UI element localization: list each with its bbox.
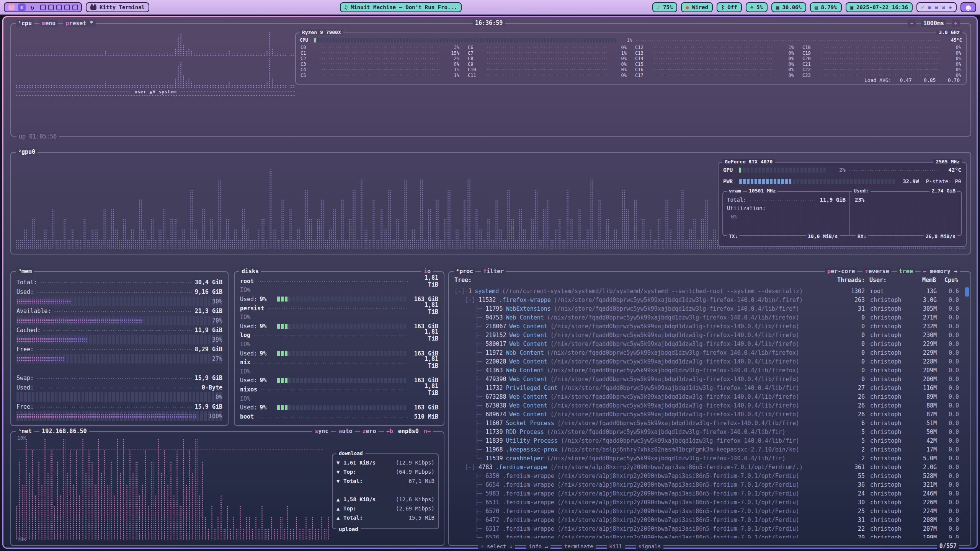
process-threads: 36 xyxy=(838,481,865,488)
refresh-increase-button[interactable]: + xyxy=(952,20,960,27)
memory-row: 0% xyxy=(16,392,222,402)
tray-icon-2[interactable]: ⊟ xyxy=(935,4,938,11)
process-row[interactable]: ├─ 479390Web Content(/nix/store/fqadd0bp… xyxy=(454,375,965,383)
threads-column-header[interactable]: Threads: xyxy=(837,277,864,284)
process-threads: 5 xyxy=(838,429,865,435)
reverse-button[interactable]: reverse xyxy=(862,267,891,275)
info-hint[interactable]: info ↵ xyxy=(526,543,550,549)
process-scrollbar[interactable] xyxy=(965,287,969,297)
process-row[interactable]: ├─ 11732Privileged Cont(/nix/store/fqadd… xyxy=(454,383,965,392)
core-percent: 1% xyxy=(610,51,627,56)
next-interface-button[interactable]: n→ xyxy=(424,428,431,435)
notifications-button[interactable] xyxy=(960,2,976,12)
load-average: Load AVG: 0.47 0.85 0.70 xyxy=(864,77,960,83)
process-row[interactable]: ├─ 6472.ferdium-wrappe(/nix/store/a1pj8h… xyxy=(454,515,965,524)
leader xyxy=(37,404,192,409)
cpu-usage-widget[interactable]: ♣ 5% xyxy=(746,2,768,12)
process-row[interactable]: ├─ 6536.ferdium-wrappe(/nix/store/a1pj8h… xyxy=(454,533,965,538)
prev-interface-button[interactable]: ←b xyxy=(386,428,393,435)
process-row[interactable]: ├─ 94753Web Content(/nix/store/fqadd0bpr… xyxy=(454,313,965,322)
music-player-widget[interactable]: ♫ Minuit Machine – Don't Run Fro... xyxy=(340,2,462,12)
sort-column-switcher[interactable]: ← memory → xyxy=(921,267,960,275)
workspace-button[interactable] xyxy=(48,5,54,10)
network-widget[interactable]: ● Wired xyxy=(681,2,713,12)
kitty-terminal-button[interactable]: Kitty Terminal xyxy=(86,2,149,12)
user-column-header[interactable]: User: xyxy=(869,277,909,284)
process-row[interactable]: ├─ 5983.ferdium-wrappe(/nix/store/a1pj8h… xyxy=(454,489,965,498)
net-auto-button[interactable]: auto xyxy=(336,427,354,435)
net-sync-button[interactable]: sync xyxy=(312,427,331,435)
workspace-button[interactable] xyxy=(56,5,62,10)
process-command: (/nix/store/fqadd0bprwc5yw5k99xajbdqd1dz… xyxy=(547,429,838,435)
process-row[interactable]: ├─ 11795WebExtensions(/nix/store/fqadd0b… xyxy=(454,304,965,313)
process-row[interactable]: ├─ 41363Web Content(/nix/store/fqadd0bpr… xyxy=(454,366,965,375)
refresh-decrease-button[interactable]: − xyxy=(908,20,916,27)
io-mode-button[interactable]: io xyxy=(421,267,433,275)
process-row[interactable]: ├─ 11972Web Content(/nix/store/fqadd0bpr… xyxy=(454,348,965,357)
process-row[interactable]: ├─ 11968.keepassxc-prox(/nix/store/bslpj… xyxy=(454,445,965,454)
memory-usage-widget[interactable]: ▦ 30.06% xyxy=(771,2,806,12)
process-row[interactable]: ├─ 219152Web Content(/nix/store/fqadd0bp… xyxy=(454,331,965,339)
interface-switcher[interactable]: ←b enp8s0 n→ xyxy=(384,427,433,435)
music-note-icon: ♫ xyxy=(345,4,348,10)
select-hint[interactable]: ↑ select ↓ xyxy=(478,543,515,549)
memory-column-header[interactable]: MemB xyxy=(909,277,936,284)
process-row[interactable]: ├─ 689674Web Content(/nix/store/fqadd0bp… xyxy=(454,410,965,419)
process-row[interactable]: ├─ 11739RDD Process(/nix/store/fqadd0bpr… xyxy=(454,427,965,436)
tray-icon-1[interactable]: ⊞ xyxy=(928,4,931,11)
process-row[interactable]: ├─ 6654.ferdium-wrappe(/nix/store/a1pj8h… xyxy=(454,480,965,489)
cat-launcher-icon[interactable] xyxy=(8,3,15,11)
process-row[interactable]: └─ 11539crashhelper(/nix/store/fqadd0bpr… xyxy=(454,454,965,463)
process-row[interactable]: ├─ 6520.ferdium-wrappe(/nix/store/a1pj8h… xyxy=(454,507,965,515)
bluetooth-widget[interactable]: ᛒ Off xyxy=(717,2,742,12)
process-row[interactable]: ├─ 6517.ferdium-wrappe(/nix/store/a1pj8h… xyxy=(454,524,965,533)
process-row[interactable]: [-]─1systemd(/run/current-system/systemd… xyxy=(454,287,965,295)
cpu-column-header[interactable]: Cpu% xyxy=(936,277,958,284)
process-cpu: 0.0 xyxy=(937,332,959,339)
process-cpu: 0.0 xyxy=(937,385,959,391)
terminate-hint[interactable]: terminate xyxy=(562,543,596,549)
filter-button[interactable]: filter xyxy=(481,267,506,275)
tray-icon-4[interactable]: ◈ xyxy=(949,4,952,11)
check-icon[interactable]: ✓ xyxy=(921,4,924,11)
workspace-button[interactable] xyxy=(72,5,78,10)
per-core-button[interactable]: per-core xyxy=(825,267,857,275)
leader xyxy=(257,278,408,284)
workspace-button[interactable] xyxy=(40,5,46,10)
refresh-icon[interactable]: ↻ xyxy=(28,3,36,11)
volume-widget[interactable]: ♪ 75% xyxy=(652,2,678,12)
process-pid: 220028 xyxy=(485,358,506,365)
menu-button[interactable]: menu xyxy=(39,20,58,27)
process-cpu: 0.0 xyxy=(937,508,959,515)
signals-hint[interactable]: signals xyxy=(636,543,663,549)
disk-used-percent: 9% xyxy=(260,323,273,330)
process-row[interactable]: [-]─4783.ferdium-wrappe(/nix/store/a1pj8… xyxy=(454,463,965,471)
gpu-utilization-label: Utilization: xyxy=(727,205,766,211)
process-row[interactable]: ├─ 6511.ferdium-wrappe(/nix/store/a1pj8h… xyxy=(454,498,965,507)
workspace-button[interactable] xyxy=(64,5,70,10)
kill-hint[interactable]: Kill xyxy=(607,543,625,549)
process-row[interactable]: ├─ 218067Web Content(/nix/store/fqadd0bp… xyxy=(454,322,965,331)
core-name: C0 xyxy=(301,45,316,50)
process-row[interactable]: ├─ 6350.ferdium-wrappe(/nix/store/a1pj8h… xyxy=(454,471,965,480)
disk-size: 1,81 TiB xyxy=(411,383,438,396)
leader xyxy=(37,346,192,352)
nixos-icon[interactable]: ❄ xyxy=(18,3,26,11)
network-rate-row: ▼ 1,61 KiB/s (12,9 Kibps) xyxy=(336,458,434,467)
process-row[interactable]: ├─ 673038Web Content(/nix/store/fqadd0bp… xyxy=(454,401,965,410)
disk-usage-widget[interactable]: ▤ 8.79% xyxy=(810,2,842,12)
process-row[interactable]: ├─ 11839Utility Process(/nix/store/fqadd… xyxy=(454,436,965,445)
tree-column-header[interactable]: Tree: xyxy=(454,277,837,284)
tray-icon-3[interactable]: ⊡ xyxy=(942,4,945,11)
net-zero-button[interactable]: zero xyxy=(360,427,379,435)
process-row[interactable]: ├─ 220028Web Content(/nix/store/fqadd0bp… xyxy=(454,357,965,366)
process-row[interactable]: ├─ 673288Web Content(/nix/store/fqadd0bp… xyxy=(454,392,965,401)
clock-widget[interactable]: ▣ 2025-07-22 16:36 xyxy=(846,2,913,12)
preset-button[interactable]: preset * xyxy=(63,20,95,27)
tree-button[interactable]: tree xyxy=(897,267,915,275)
process-row[interactable]: [-]─11532.firefox-wrappe(/nix/store/fqad… xyxy=(454,295,965,304)
process-row[interactable]: ├─ 11607Socket Process(/nix/store/fqadd0… xyxy=(454,419,965,427)
process-row[interactable]: ├─ 580017Web Content(/nix/store/fqadd0bp… xyxy=(454,339,965,348)
process-threads: 0 xyxy=(838,323,865,330)
process-memory: 229M xyxy=(910,349,937,356)
